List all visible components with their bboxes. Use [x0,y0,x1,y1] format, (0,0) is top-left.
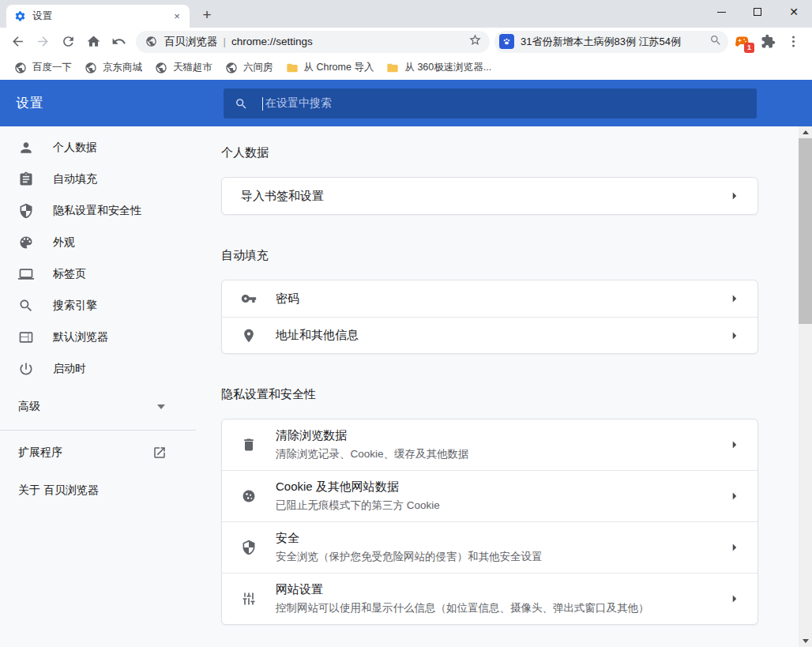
sidebar-item-autofill[interactable]: 自动填充 [0,164,196,195]
back-icon [10,34,25,49]
minimize-button[interactable] [703,0,739,24]
chevron-right-icon [727,292,742,306]
default-browser-icon [18,329,34,345]
chevron-right-icon [727,592,742,606]
back-button[interactable] [6,31,28,53]
bookmark-item[interactable]: 百度一下 [8,58,78,77]
bookmark-star-icon[interactable] [468,33,482,50]
settings-card: 密码 地址和其他信息 [221,280,758,354]
close-button[interactable]: ✕ [776,0,812,24]
chevron-right-icon [727,438,742,452]
external-link-icon [152,446,167,460]
tab-strip: 设置 × + ✕ [0,0,812,28]
section-heading: 自动填充 [221,248,812,263]
bookmark-item[interactable]: 天猫超市 [148,58,219,77]
sidebar-item-tab-page[interactable]: 标签页 [0,258,196,290]
baidu-paw-icon [499,34,514,49]
section-people: 个人数据 导入书签和设置 [221,145,812,215]
row-passwords[interactable]: 密码 [222,280,757,317]
settings-card: 清除浏览数据 清除浏览记录、Cookie、缓存及其他数据 Cookie 及其他网… [221,419,758,625]
sidebar-item-privacy[interactable]: 隐私设置和安全性 [0,195,196,227]
toolbar: 百贝浏览器 | chrome://settings 31省份新增本土病例83例 … [0,28,812,55]
row-import-bookmarks[interactable]: 导入书签和设置 [222,178,757,214]
address-separator: | [224,36,226,47]
power-icon [18,361,34,377]
news-search-widget[interactable]: 31省份新增本土病例83例 江苏54例 [494,31,728,53]
sidebar-item-default-browser[interactable]: 默认浏览器 [0,322,196,353]
settings-sidebar: 个人数据 自动填充 隐私设置和安全性 外观 标签页 搜索引擎 默认浏览器 启动时… [0,126,196,647]
settings-search-input[interactable]: 在设置中搜索 [224,88,757,118]
bookmark-folder[interactable]: 从 360极速浏览器... [380,58,498,77]
section-heading: 隐私设置和安全性 [221,387,812,402]
extensions-button[interactable] [757,31,779,53]
privacy-shield-icon [18,203,34,219]
site-name: 百贝浏览器 [164,35,218,49]
section-privacy: 隐私设置和安全性 清除浏览数据 清除浏览记录、Cookie、缓存及其他数据 [221,387,812,625]
person-icon [18,140,34,156]
tab-page-icon [18,266,34,282]
text-cursor [262,97,263,111]
game-center-button[interactable]: 1 [731,31,753,53]
sidebar-item-search-engine[interactable]: 搜索引擎 [0,290,196,322]
settings-gear-favicon-icon [14,10,26,22]
undo-icon [111,34,126,49]
tab-close-icon[interactable]: × [171,10,183,23]
sidebar-item-appearance[interactable]: 外观 [0,227,196,258]
sidebar-item-extensions[interactable]: 扩展程序 [0,437,196,468]
tab-title: 设置 [32,9,171,23]
browser-menu-button[interactable] [782,31,804,53]
maximize-button[interactable] [739,0,776,24]
home-button[interactable] [82,31,104,53]
chevron-down-icon [157,404,165,409]
sidebar-item-about[interactable]: 关于 百贝浏览器 [0,475,196,506]
row-addresses[interactable]: 地址和其他信息 [222,317,757,353]
chevron-right-icon [727,329,742,343]
tab-settings[interactable]: 设置 × [6,5,190,28]
bookmark-item[interactable]: 京东商城 [78,58,148,77]
globe-icon [225,62,238,74]
palette-icon [18,235,34,250]
menu-dots-icon [786,34,801,49]
bookmark-folder[interactable]: 从 Chrome 导入 [280,58,381,77]
scroll-up-button[interactable] [799,126,812,138]
settings-content: 个人数据 导入书签和设置 自动填充 密码 [196,126,812,647]
scrollbar[interactable] [799,126,812,647]
settings-body: 个人数据 自动填充 隐私设置和安全性 外观 标签页 搜索引擎 默认浏览器 启动时… [0,126,812,647]
forward-button[interactable] [32,31,54,53]
forward-icon [36,34,51,49]
section-autofill: 自动填充 密码 地址和其他信息 [221,248,812,354]
new-tab-button[interactable]: + [196,4,218,26]
news-search-icon[interactable] [709,34,722,50]
row-clear-browsing-data[interactable]: 清除浏览数据 清除浏览记录、Cookie、缓存及其他数据 [222,419,757,470]
window-controls: ✕ [703,0,812,24]
settings-header: 设置 在设置中搜索 [0,80,812,126]
address-bar[interactable]: 百贝浏览器 | chrome://settings [136,31,490,53]
reload-icon [61,34,76,49]
scroll-down-button[interactable] [799,635,812,647]
address-url[interactable]: chrome://settings [231,36,468,47]
folder-icon [386,62,399,74]
sidebar-advanced-toggle[interactable]: 高级 [0,391,196,423]
bookmark-item[interactable]: 六间房 [219,58,280,77]
search-engine-icon [18,298,34,314]
home-icon [86,34,101,49]
reload-button[interactable] [57,31,79,53]
location-pin-icon [241,328,257,344]
sidebar-item-startup[interactable]: 启动时 [0,353,196,385]
news-search-text[interactable]: 31省份新增本土病例83例 江苏54例 [521,35,705,49]
row-cookies[interactable]: Cookie 及其他网站数据 已阻止无痕模式下的第三方 Cookie [222,470,757,521]
undo-button[interactable] [107,31,130,53]
notification-badge: 1 [744,43,754,53]
chevron-right-icon [727,540,742,555]
scrollbar-thumb[interactable] [799,138,812,324]
security-shield-icon [241,540,257,555]
bookmarks-bar: 百度一下 京东商城 天猫超市 六间房 从 Chrome 导入 从 360极速浏览… [0,55,812,80]
sidebar-item-people[interactable]: 个人数据 [0,132,196,164]
settings-card: 导入书签和设置 [221,177,758,215]
row-security[interactable]: 安全 安全浏览（保护您免受危险网站的侵害）和其他安全设置 [222,521,757,573]
chevron-right-icon [727,189,742,203]
row-site-settings[interactable]: 网站设置 控制网站可以使用和显示什么信息（如位置信息、摄像头、弹出式窗口及其他） [222,573,757,624]
folder-icon [286,62,299,74]
site-globe-icon [145,36,157,47]
settings-search-placeholder: 在设置中搜索 [265,96,332,111]
